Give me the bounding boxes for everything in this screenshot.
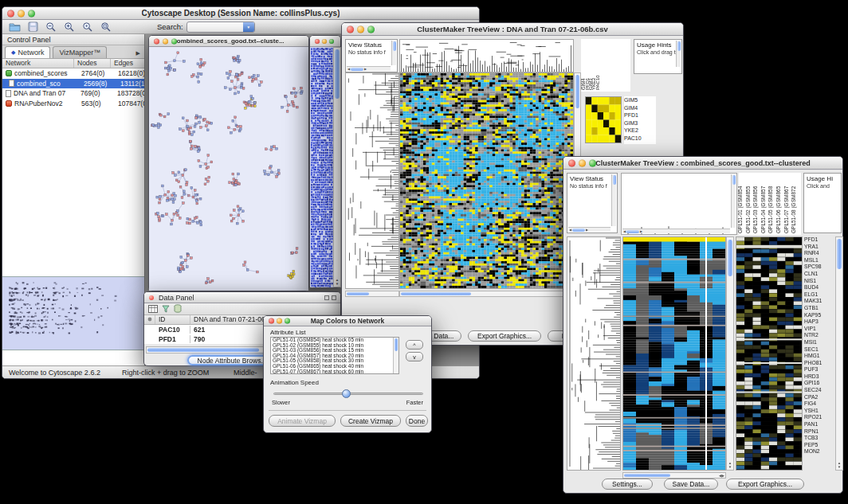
summary-heatmap-canvas[interactable] (586, 97, 621, 143)
zoom-in-icon[interactable] (62, 21, 77, 33)
attribute-list-item[interactable]: GPL51-01 (GSM854) heat shock 05 min (271, 338, 398, 343)
scrollbar-thumb[interactable] (347, 292, 369, 295)
column-header-network[interactable]: Network (2, 59, 74, 68)
minimize-button[interactable] (357, 25, 364, 33)
scrollbar-arrows-icon[interactable]: ▲▼ (727, 461, 733, 469)
close-button[interactable] (7, 10, 14, 17)
network-tree-row[interactable]: combined_scores2764(0)16218(0) (2, 68, 144, 79)
attribute-list-item[interactable]: GPL51-02 (GSM855) heat shock 10 min (271, 343, 398, 349)
heatmap-canvas[interactable] (400, 73, 573, 288)
scrollbar-thumb[interactable] (575, 75, 579, 108)
minimize-button[interactable] (18, 10, 25, 17)
mini-horizontal-scrollbar[interactable]: ◀▶ (622, 229, 730, 233)
export-graphics-button[interactable]: Export Graphics... (726, 479, 804, 490)
attribute-list-item[interactable]: GPL51-04 (GSM857) heat shock 20 min (271, 354, 398, 359)
attribute-list-item[interactable]: GPL51-05 (GSM858) heat shock 30 min (271, 358, 398, 364)
close-button[interactable] (347, 25, 354, 33)
zoom-button[interactable] (589, 159, 596, 166)
scrollbar-thumb[interactable] (335, 49, 340, 99)
scrollbar-arrows-icon[interactable]: ◀▶ (719, 473, 724, 478)
mini-vertical-scrollbar[interactable] (731, 174, 736, 228)
column-dendrogram-canvas[interactable] (622, 174, 736, 234)
dialog-titlebar[interactable]: Map Colors to Network (264, 316, 431, 326)
search-input[interactable]: ▼ (186, 21, 255, 33)
zoom-actual-icon[interactable] (80, 21, 95, 33)
row-dendrogram-canvas[interactable] (346, 73, 398, 288)
zoom-out-icon[interactable] (44, 21, 58, 33)
column-header-edges[interactable]: Edges (111, 59, 144, 68)
mini-horizontal-scrollbar[interactable]: ◀▶ (347, 66, 391, 71)
column-header-icon[interactable] (144, 315, 155, 324)
main-titlebar[interactable]: Cytoscape Desktop (Session Name: collins… (2, 7, 479, 20)
tab-vizmapper[interactable]: VizMapper™ (53, 46, 107, 58)
close-panel-icon[interactable] (332, 295, 336, 300)
scrollbar-thumb[interactable] (624, 474, 670, 477)
scrollbar-arrows-icon[interactable]: ▲▼ (334, 278, 340, 286)
vertical-scrollbar[interactable]: ▲▼ (835, 236, 843, 471)
vertical-scrollbar[interactable]: ▲▼ (726, 236, 734, 471)
scrollbar-thumb[interactable] (147, 348, 259, 352)
vertical-scrollbar[interactable]: ▲▼ (333, 47, 341, 287)
close-button[interactable] (315, 39, 320, 44)
mini-vertical-scrollbar[interactable] (611, 174, 616, 226)
attribute-listbox[interactable]: GPL51-01 (GSM854) heat shock 05 minGPL51… (270, 337, 399, 374)
select-attributes-icon[interactable] (162, 302, 170, 316)
zoom-button[interactable] (329, 39, 334, 44)
zoom-button[interactable] (285, 318, 290, 324)
zoom-fit-icon[interactable] (99, 21, 113, 33)
slider-thumb[interactable] (342, 389, 351, 398)
horizontal-scrollbar[interactable]: ◀▶ (399, 291, 574, 297)
float-panel-icon[interactable] (324, 295, 329, 300)
network-view-titlebar[interactable]: combined_scores_good.txt--cluste... (149, 36, 308, 47)
scrollbar-thumb[interactable] (837, 239, 842, 269)
minimize-button[interactable] (163, 38, 168, 44)
scrollbar-arrows-icon[interactable]: ▲▼ (836, 461, 842, 469)
animation-speed-slider[interactable] (272, 388, 425, 399)
close-button[interactable] (154, 38, 159, 44)
create-vizmap-button[interactable]: Create Vizmap (340, 415, 401, 427)
treeview-titlebar[interactable]: ClusterMaker TreeView : DNA and Tran 07-… (342, 23, 683, 36)
column-header-id[interactable]: ID (155, 315, 190, 324)
scrollbar-thumb[interactable] (401, 292, 471, 295)
close-button[interactable] (269, 318, 274, 324)
minimize-button[interactable] (277, 318, 282, 324)
close-button[interactable] (568, 159, 575, 166)
scrollbar-thumb[interactable] (728, 240, 732, 276)
heatmap-canvas[interactable] (623, 237, 725, 470)
network-graph-canvas[interactable] (149, 47, 308, 291)
zoom-button[interactable] (367, 25, 375, 33)
search-dropdown-button[interactable]: ▼ (243, 22, 254, 32)
mini-horizontal-scrollbar[interactable]: ◀▶ (568, 227, 610, 232)
zoom-button[interactable] (171, 38, 177, 44)
zoom-button[interactable] (28, 10, 35, 17)
open-folder-icon[interactable] (7, 21, 22, 33)
network-tree-row[interactable]: combined_sco2569(8)13112(15) (2, 79, 144, 89)
network-tree-row[interactable]: RNAPuberNov2563(0)107847(0) (2, 99, 144, 109)
export-graphics-button[interactable]: Export Graphics... (468, 330, 541, 342)
mini-vertical-scrollbar[interactable] (676, 41, 681, 67)
secondary-heatmap-canvas[interactable] (736, 237, 802, 470)
horizontal-scrollbar[interactable]: ◀▶ (622, 472, 726, 479)
save-icon[interactable] (26, 21, 40, 33)
done-button[interactable]: Done (406, 415, 428, 427)
tab-overflow-arrow-icon[interactable]: ▶ (136, 50, 144, 58)
dense-network-titlebar[interactable] (310, 36, 340, 47)
attribute-db-icon[interactable] (174, 302, 182, 316)
move-up-button[interactable]: ^ (406, 340, 423, 350)
column-header-nodes[interactable]: Nodes (74, 59, 111, 68)
table-icon[interactable] (148, 302, 158, 316)
dense-network-canvas[interactable] (310, 47, 333, 287)
mini-vertical-scrollbar[interactable] (391, 41, 396, 65)
minimize-button[interactable] (579, 159, 586, 166)
minimize-button[interactable] (322, 39, 327, 44)
save-data-button[interactable]: Save Data... (664, 479, 718, 490)
network-tree-row[interactable]: DNA and Tran 07769(0)183728(0) (2, 88, 144, 99)
column-dendrogram-canvas[interactable] (400, 40, 573, 72)
attribute-list-item[interactable]: GPL51-03 (GSM856) heat shock 15 min (271, 348, 398, 354)
move-down-button[interactable]: v (406, 352, 423, 361)
network-overview-canvas[interactable] (6, 278, 141, 350)
attribute-list-item[interactable]: GPL51-06 (GSM865) heat shock 40 min (271, 364, 398, 369)
tab-network[interactable]: ◆Network (5, 46, 50, 58)
attribute-list-item[interactable]: GPL51-07 (GSM867) heat shock 60 min (271, 369, 398, 374)
settings-button[interactable]: Settings... (602, 479, 653, 490)
